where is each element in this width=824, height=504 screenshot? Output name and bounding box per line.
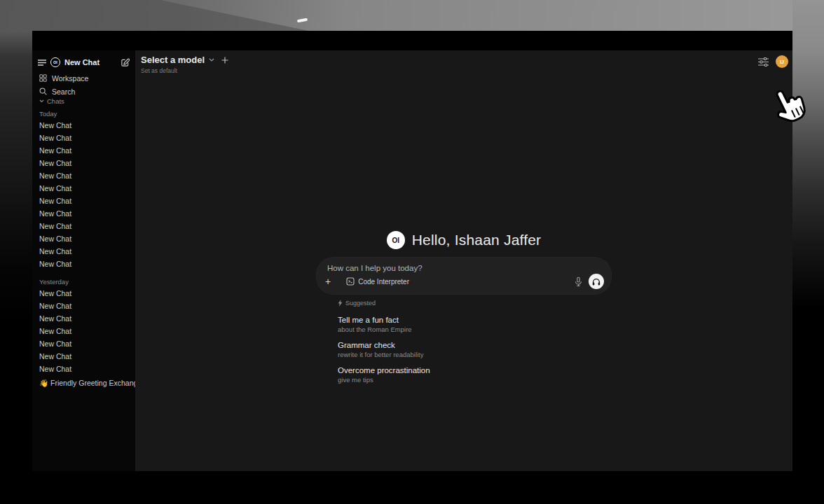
sidebar: OI New Chat Wo bbox=[32, 50, 135, 471]
suggested-prompt-subtitle: about the Roman Empire bbox=[338, 326, 611, 333]
workspace-grid-icon bbox=[39, 74, 47, 82]
chat-section-label: Today bbox=[32, 108, 135, 119]
model-chevron-down-icon bbox=[209, 58, 214, 62]
controls-sliders-icon[interactable] bbox=[758, 57, 769, 66]
greeting-logo: OI bbox=[387, 231, 405, 249]
suggested-prompt-title: Overcome procrastination bbox=[338, 366, 611, 374]
model-selector-label: Select a model bbox=[141, 55, 205, 65]
chat-section: TodayNew ChatNew ChatNew ChatNew ChatNew… bbox=[32, 108, 135, 270]
sidebar-chat-item[interactable]: New Chat bbox=[32, 119, 135, 132]
chat-section: YesterdayNew ChatNew ChatNew ChatNew Cha… bbox=[32, 276, 135, 375]
chats-heading[interactable]: Chats bbox=[32, 95, 135, 106]
suggested-items: Tell me a fun factabout the Roman Empire… bbox=[338, 316, 611, 384]
chat-input-placeholder: How can I help you today? bbox=[327, 264, 423, 272]
code-interpreter-toggle[interactable]: Code Interpreter bbox=[346, 277, 409, 286]
wallpaper-left bbox=[0, 31, 32, 325]
main-panel: Select a model Set as default IJ bbox=[135, 50, 792, 471]
sidebar-nav: Workspace Search bbox=[32, 71, 135, 98]
chat-section-label: Yesterday bbox=[32, 276, 135, 287]
sidebar-chat-named[interactable]: 👋 Friendly Greeting Exchange bbox=[32, 377, 135, 389]
suggested-label-row: Suggested bbox=[338, 298, 611, 308]
chat-sections: TodayNew ChatNew ChatNew ChatNew ChatNew… bbox=[32, 108, 135, 375]
code-interpreter-icon bbox=[346, 277, 355, 286]
sidebar-chat-item[interactable]: New Chat bbox=[32, 144, 135, 157]
sidebar-chat-item[interactable]: New Chat bbox=[32, 245, 135, 258]
model-selector[interactable]: Select a model bbox=[141, 55, 228, 65]
suggested-prompt-subtitle: rewrite it for better readability bbox=[338, 351, 611, 358]
app-logo: OI bbox=[50, 57, 60, 67]
set-default-link[interactable]: Set as default bbox=[141, 67, 177, 74]
app-window: OI New Chat Wo bbox=[32, 31, 792, 471]
sidebar-chat-item[interactable]: New Chat bbox=[32, 169, 135, 182]
new-chat-icon[interactable] bbox=[121, 58, 130, 67]
sidebar-chat-item[interactable]: New Chat bbox=[32, 220, 135, 232]
input-controls: + Code Interpreter bbox=[325, 274, 604, 289]
suggested-section: Suggested Tell me a fun factabout the Ro… bbox=[317, 298, 611, 384]
greeting-text: Hello, Ishaan Jaffer bbox=[412, 232, 542, 248]
headphones-icon bbox=[591, 277, 601, 286]
chat-input-box[interactable]: How can I help you today? + Code Interpr… bbox=[317, 258, 611, 294]
sidebar-chat-item[interactable]: New Chat bbox=[32, 312, 135, 325]
greeting-row: OI Hello, Ishaan Jaffer bbox=[317, 230, 611, 251]
sidebar-chat-item[interactable]: New Chat bbox=[32, 300, 135, 312]
user-avatar[interactable]: IJ bbox=[776, 55, 788, 68]
workspace-label: Workspace bbox=[52, 74, 88, 83]
sidebar-chat-item[interactable]: New Chat bbox=[32, 232, 135, 245]
chevron-down-icon bbox=[39, 99, 44, 103]
code-interpreter-label: Code Interpreter bbox=[358, 278, 409, 286]
sidebar-chat-item[interactable]: New Chat bbox=[32, 195, 135, 207]
center-content: OI Hello, Ishaan Jaffer How can I help y… bbox=[317, 227, 611, 384]
search-label: Search bbox=[52, 88, 75, 96]
suggested-prompt-subtitle: give me tips bbox=[338, 376, 611, 384]
sidebar-chat-item[interactable]: New Chat bbox=[32, 350, 135, 363]
sidebar-chat-list: Chats TodayNew ChatNew ChatNew ChatNew C… bbox=[32, 95, 135, 389]
attach-plus-button[interactable]: + bbox=[325, 274, 331, 288]
sidebar-chat-item[interactable]: New Chat bbox=[32, 258, 135, 270]
sidebar-chat-item[interactable]: New Chat bbox=[32, 157, 135, 169]
window-top-strip bbox=[32, 31, 792, 50]
microphone-icon[interactable] bbox=[574, 276, 583, 287]
sidebar-header: OI New Chat bbox=[38, 55, 130, 70]
sidebar-chat-item[interactable]: New Chat bbox=[32, 287, 135, 300]
sidebar-chat-item[interactable]: New Chat bbox=[32, 337, 135, 350]
wallpaper-right bbox=[792, 0, 824, 329]
suggested-prompt-title: Grammar check bbox=[338, 341, 611, 349]
bolt-icon bbox=[338, 300, 343, 307]
sidebar-chat-item[interactable]: New Chat bbox=[32, 207, 135, 220]
add-model-icon[interactable] bbox=[221, 57, 228, 64]
topbar-right: IJ bbox=[758, 55, 788, 68]
suggested-prompt[interactable]: Tell me a fun factabout the Roman Empire bbox=[338, 316, 611, 333]
suggested-prompt[interactable]: Grammar checkrewrite it for better reada… bbox=[338, 341, 611, 358]
sidebar-item-workspace[interactable]: Workspace bbox=[32, 71, 135, 85]
suggested-prompt-title: Tell me a fun fact bbox=[338, 316, 611, 324]
voice-call-button[interactable] bbox=[589, 274, 604, 289]
search-icon bbox=[39, 88, 47, 95]
suggested-label: Suggested bbox=[345, 300, 376, 307]
named-chat-label: 👋 Friendly Greeting Exchange bbox=[39, 379, 142, 388]
input-right-controls bbox=[574, 274, 604, 289]
sidebar-chat-item[interactable]: New Chat bbox=[32, 132, 135, 144]
sidebar-title: New Chat bbox=[64, 58, 116, 66]
sidebar-chat-item[interactable]: New Chat bbox=[32, 182, 135, 195]
sidebar-chat-item[interactable]: New Chat bbox=[32, 363, 135, 375]
suggested-prompt[interactable]: Overcome procrastinationgive me tips bbox=[338, 366, 611, 384]
chats-heading-label: Chats bbox=[47, 97, 64, 105]
sidebar-chat-item[interactable]: New Chat bbox=[32, 325, 135, 337]
sidebar-toggle-icon[interactable] bbox=[38, 59, 46, 66]
